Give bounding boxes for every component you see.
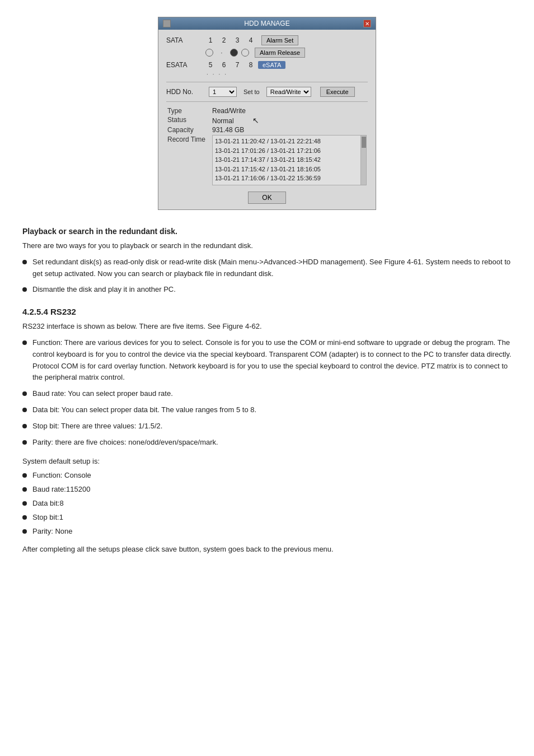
esata-num-7: 7: [232, 61, 242, 69]
record-time-scroll[interactable]: 13-01-21 11:20:42 / 13-01-21 22:21:48 13…: [212, 135, 367, 185]
status-value: Normal ↖: [211, 115, 368, 125]
default-item-2: Baud rate:115200: [22, 484, 512, 496]
sata-dot-2: ·: [217, 50, 227, 56]
rs232-bullets: Function: There are various devices for …: [22, 337, 512, 448]
bullet-dot-8: [22, 473, 27, 478]
rs232-bullet-1: Function: There are various devices for …: [22, 337, 512, 384]
record-line-5: 13-01-21 17:16:06 / 13-01-22 15:36:59: [215, 174, 357, 183]
ok-button[interactable]: OK: [248, 192, 285, 204]
type-value: Read/Write: [211, 106, 368, 115]
playback-heading: Playback or search in the redundant disk…: [22, 227, 512, 236]
bullet-dot-11: [22, 515, 27, 520]
execute-button[interactable]: Execute: [320, 87, 355, 97]
default-2-text: Baud rate:115200: [32, 484, 90, 496]
playback-bullet-2: Dismantle the disk and play it in anothe…: [22, 284, 512, 296]
record-time-row: Record Time 13-01-21 11:20:42 / 13-01-21…: [166, 134, 368, 186]
rs232-bullet-4-text: Stop bit: There are three values: 1/1.5/…: [32, 421, 162, 432]
alarm-release-button[interactable]: Alarm Release: [255, 48, 305, 58]
status-key: Status: [166, 115, 211, 125]
system-default-label: System default setup is:: [22, 457, 512, 465]
default-item-5: Parity: None: [22, 526, 512, 538]
record-line-1: 13-01-21 11:20:42 / 13-01-21 22:21:48: [215, 137, 357, 146]
record-line-2: 13-01-21 17:01:26 / 13-01-21 17:21:06: [215, 146, 357, 156]
hdd-no-select[interactable]: 1 2 3 4: [209, 87, 237, 97]
dialog-body: SATA 1 2 3 4 Alarm Set · Alarm Release: [158, 30, 376, 209]
sata-circles-row: · Alarm Release: [205, 48, 368, 58]
sata-disk-1[interactable]: [205, 49, 213, 57]
sata-num-1: 1: [205, 36, 216, 44]
playback-intro: There are two ways for you to playback o…: [22, 240, 512, 252]
default-1-text: Function: Console: [32, 470, 91, 482]
cursor-arrow: ↖: [252, 116, 259, 125]
type-row: Type Read/Write: [166, 106, 368, 115]
record-line-6: 13-01-22 15:35:39 / 13-01-24 13:03:20: [215, 183, 357, 186]
esata-dot-3: ·: [219, 71, 221, 77]
bullet-dot-9: [22, 487, 27, 492]
dialog-wrapper: HDD MANAGE ✕ SATA 1 2 3 4 Alarm Set ·: [0, 0, 534, 221]
read-write-select[interactable]: Read/Write Read Only Redundant: [266, 87, 311, 97]
bullet-dot-6: [22, 424, 27, 428]
playback-bullet-2-text: Dismantle the disk and play it in anothe…: [32, 284, 176, 296]
bullet-dot-1: [22, 260, 27, 264]
esata-num-5: 5: [205, 61, 216, 69]
default-4-text: Stop bit:1: [32, 512, 63, 524]
capacity-key: Capacity: [166, 125, 211, 134]
rs232-bullet-3: Data bit: You can select proper data bit…: [22, 404, 512, 416]
default-item-4: Stop bit:1: [22, 512, 512, 524]
esata-row: ESATA 5 6 7 8 eSATA: [166, 61, 368, 69]
bullet-dot-12: [22, 529, 27, 534]
bullet-dot-5: [22, 408, 27, 412]
esata-tag: eSATA: [258, 61, 285, 69]
esata-dots-row: · · · ·: [205, 71, 368, 77]
sata-row: SATA 1 2 3 4 Alarm Set: [166, 35, 368, 45]
esata-dot-1: ·: [207, 71, 208, 77]
esata-dot-4: ·: [224, 71, 226, 77]
hdd-no-label: HDD No.: [166, 88, 205, 96]
rs232-section-title: 4.2.5.4 RS232: [22, 307, 512, 316]
default-item-3: Data bit:8: [22, 498, 512, 510]
record-line-4: 13-01-21 17:15:42 / 13-01-21 18:16:05: [215, 165, 357, 174]
playback-bullet-1-text: Set redundant disk(s) as read-only disk …: [32, 256, 512, 280]
sata-disk-4[interactable]: [241, 49, 249, 57]
close-button[interactable]: ✕: [363, 20, 371, 27]
alarm-set-button[interactable]: Alarm Set: [261, 35, 298, 45]
esata-num-8: 8: [246, 61, 256, 69]
type-key: Type: [166, 106, 211, 115]
hdd-no-row: HDD No. 1 2 3 4 Set to Read/Write Read O…: [166, 87, 368, 97]
rs232-intro: RS232 interface is shown as below. There…: [22, 321, 512, 333]
ok-row: OK: [166, 192, 368, 204]
hdd-info-table: Type Read/Write Status Normal ↖ Capacity…: [166, 106, 368, 186]
esata-dots: · · · ·: [207, 71, 226, 77]
esata-nums: 5 6 7 8: [205, 61, 256, 69]
rs232-bullet-1-text: Function: There are various devices for …: [32, 337, 512, 384]
bullet-dot-4: [22, 391, 27, 396]
bullet-dot-10: [22, 501, 27, 506]
rs232-bullet-5-text: Parity: there are five choices: none/odd…: [32, 437, 218, 449]
rs232-bullet-5: Parity: there are five choices: none/odd…: [22, 437, 512, 449]
default-3-text: Data bit:8: [32, 498, 64, 510]
rs232-bullet-2-text: Baud rate: You can select proper baud ra…: [32, 388, 173, 400]
scrollbar-thumb[interactable]: [362, 137, 366, 148]
hdd-manage-dialog: HDD MANAGE ✕ SATA 1 2 3 4 Alarm Set ·: [158, 17, 376, 210]
sata-label: SATA: [166, 36, 205, 44]
capacity-row: Capacity 931.48 GB: [166, 125, 368, 134]
sata-disk-3[interactable]: [230, 49, 238, 57]
bullet-dot-2: [22, 287, 27, 292]
sata-num-3: 3: [232, 36, 242, 44]
esata-label: ESATA: [166, 61, 205, 69]
playback-bullets: Set redundant disk(s) as read-only disk …: [22, 256, 512, 296]
system-defaults-list: Function: Console Baud rate:115200 Data …: [22, 470, 512, 537]
esata-dot-2: ·: [213, 71, 214, 77]
bullet-dot-3: [22, 340, 27, 345]
dialog-title: HDD MANAGE: [244, 20, 289, 27]
after-text: After completing all the setups please c…: [22, 544, 512, 556]
record-time-value: 13-01-21 11:20:42 / 13-01-21 22:21:48 13…: [211, 134, 368, 186]
playback-bullet-1: Set redundant disk(s) as read-only disk …: [22, 256, 512, 280]
sata-nums: 1 2 3 4: [205, 36, 256, 44]
main-content: Playback or search in the redundant disk…: [0, 221, 534, 578]
scrollbar-track[interactable]: [360, 136, 366, 185]
default-item-1: Function: Console: [22, 470, 512, 482]
sata-num-2: 2: [219, 36, 229, 44]
esata-num-6: 6: [219, 61, 229, 69]
set-to-label: Set to: [243, 88, 260, 95]
